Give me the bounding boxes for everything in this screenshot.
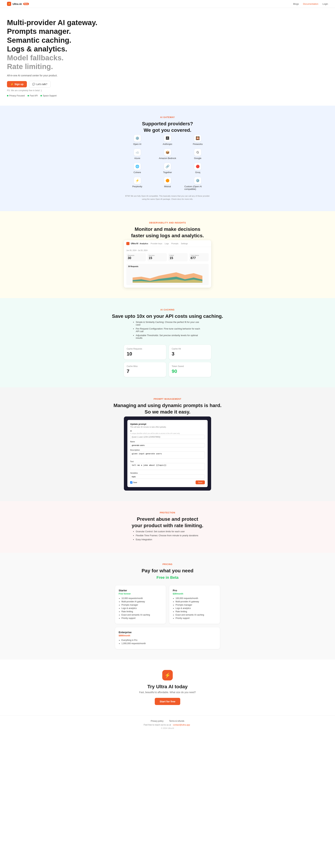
provider-icon: ⚡ — [134, 177, 141, 184]
prompt-variables-input[interactable] — [130, 474, 205, 479]
dash-body: Jun 05, 2024 - Jul 20, 2024 Requests 30S… — [124, 247, 211, 288]
footer-contact-email[interactable]: contact@ultra.app — [173, 724, 190, 726]
pricing-feature: Multi-provider AI gateway — [175, 600, 216, 603]
prompt-id-hint: A unique identifier which you will be ab… — [130, 433, 205, 434]
cache-stat-card: Cache Miss 7 — [124, 362, 166, 377]
plan-price: $29/month — [173, 593, 216, 595]
provider-item: 🔗 Together — [154, 163, 181, 174]
prompt-save-check: Save — [130, 481, 137, 484]
prompt-name-field: Name — [130, 441, 205, 447]
stat-label: Total tokens — [191, 254, 207, 256]
signup-button[interactable]: ⚡ Sign up — [7, 81, 27, 87]
pricing-feature: Exact and semantic AI caching — [175, 614, 216, 616]
prompt-desc-input[interactable]: given input generate users — [130, 452, 205, 459]
dash-nav-logs[interactable]: Logs — [165, 243, 169, 245]
prompt-desc-label: Description — [130, 449, 205, 451]
provider-item: 🟠 Mistral — [154, 177, 181, 190]
cache-title: Save upto 10x on your API costs using ca… — [7, 313, 328, 319]
observability-section: Observability and Insights Monitor and m… — [0, 211, 335, 298]
provider-name: Perplexity — [132, 185, 142, 188]
cache-card-label: Token Saved — [172, 365, 208, 368]
footer-contact-text: Feel free to reach out to us at — [144, 724, 171, 726]
cache-card-label: Cache Requests — [127, 348, 163, 350]
prompt-save-button[interactable]: Save — [196, 480, 205, 484]
cta-icon: ⚡ — [162, 670, 173, 680]
cta-title: Try Ultra AI today — [7, 684, 328, 689]
protection-title: Prevent abuse and protectyour product wi… — [7, 516, 328, 529]
gateway-title-line1: Supported providers? — [142, 121, 193, 126]
dash-stats: Requests 30Success 15Failed 15Total toke… — [126, 253, 209, 261]
prompt-modal: Update prompt This will take 30 minutes … — [128, 420, 207, 487]
dash-nav-settings[interactable]: Settings — [181, 243, 188, 245]
prompt-id-input[interactable] — [130, 435, 205, 439]
prompt-name-input[interactable] — [130, 443, 205, 447]
pricing-feature: Exact and semantic AI caching — [121, 614, 162, 616]
pricing-free-label: Free in Beta — [7, 575, 328, 580]
pricing-feature: Rate limiting — [121, 610, 162, 613]
provider-item: ⚡ Perplexity — [124, 177, 150, 190]
enterprise-features: Everything in Pro1,000,000 requests/mont… — [121, 639, 216, 645]
protection-bullet: Easy Integration — [136, 538, 202, 541]
cta-section: ⚡ Try Ultra AI today Fast, beautiful & a… — [0, 659, 335, 715]
protection-bullet: Granular Control: Set custom limits for … — [136, 530, 202, 533]
prompt-save-checkbox[interactable] — [130, 481, 133, 484]
provider-icon: 🟠 — [164, 177, 171, 184]
pricing-feature: Priority support — [121, 617, 162, 619]
nav-docs-link[interactable]: Documentation — [303, 3, 318, 5]
footer-copyright: © 2024 Ultra AI — [7, 727, 328, 729]
dash-date: Jun 05, 2024 - Jul 20, 2024 — [126, 249, 209, 251]
privacy-label: Privacy Focused — [9, 94, 25, 97]
cache-card-value: 3 — [172, 351, 208, 357]
prompt-modal-subtitle: This will take 30 minutes to take effect… — [130, 426, 205, 428]
talk-button[interactable]: 💬 Let's talk? — [29, 81, 51, 88]
provider-name: Google — [194, 157, 201, 159]
nav-blogs-link[interactable]: Blogs — [293, 3, 299, 5]
pricing-grid: Starter Free forever 10,000 requests/mon… — [115, 585, 220, 624]
dash-nav: Analytics Provider keys Logs Prompts Set… — [140, 243, 188, 245]
dash-nav-analytics[interactable]: Analytics — [140, 243, 148, 245]
pricing-plan-card: Starter Free forever 10,000 requests/mon… — [115, 585, 166, 624]
stat-label: Success — [149, 254, 165, 256]
talk-label: Let's talk? — [36, 83, 47, 86]
cache-card-value: 10 — [127, 351, 163, 357]
provider-item: 🌐 Cohere — [124, 163, 150, 174]
dash-nav-provider-keys[interactable]: Provider keys — [150, 243, 162, 245]
talk-icon: 💬 — [32, 83, 35, 86]
cache-cards: Cache Requests 10Cache Hit 3Cache Miss 7… — [124, 345, 211, 377]
footer-link[interactable]: Terms & refunds — [169, 720, 184, 722]
plan-features: 100,000 requests/monthMulti-provider AI … — [175, 597, 216, 619]
provider-icon: 🔗 — [164, 163, 171, 170]
cache-stat-card: Cache Requests 10 — [124, 345, 166, 360]
hero-line-4: Logs & analytics. — [7, 45, 67, 53]
pricing-title: Pay for what you need — [7, 568, 328, 574]
hero-badges: Privacy Focused Fast API Space Support — [7, 94, 98, 97]
pricing-section: Pricing Pay for what you need Free in Be… — [0, 553, 335, 659]
cta-button[interactable]: Start for free — [155, 698, 180, 705]
dash-stat-item: Requests 30 — [126, 253, 146, 261]
prompt-label: Prompt Management — [7, 398, 328, 400]
stat-value: 15 — [170, 256, 186, 260]
provider-name: Cohere — [134, 171, 141, 174]
hero-line-1: Multi-provider AI gateway. — [7, 19, 97, 27]
caching-section: AI Caching Save upto 10x on your API cos… — [0, 298, 335, 388]
footer-link[interactable]: Privacy policy — [151, 720, 164, 722]
provider-item: ⚙️ Open AI — [124, 135, 150, 145]
provider-name: Open AI — [133, 143, 141, 145]
prompt-mockup: Update prompt This will take 30 minutes … — [124, 416, 211, 491]
hero-section: Multi-provider AI gateway. Prompts manag… — [0, 8, 105, 106]
prompt-save-row: Save Save — [130, 480, 205, 484]
prompt-text-input[interactable]: tell me a joke about {{topic}} — [130, 463, 205, 470]
gateway-title-line2: We got you covered. — [144, 127, 191, 133]
pricing-feature: Prompts manager — [121, 604, 162, 606]
dash-stat-item: Success 15 — [147, 253, 167, 261]
stat-value: 30 — [128, 256, 144, 260]
dash-stat-item: Total tokens 877 — [189, 253, 209, 261]
provider-item: 📦 Amazon Bedrock — [154, 149, 181, 159]
api-dot — [28, 95, 29, 96]
provider-name: Fireworks — [193, 143, 202, 145]
hero-badge-1: Fast API — [28, 94, 38, 97]
provider-name: Custom (Open AI compatible) — [185, 185, 211, 190]
nav-login-link[interactable]: Login — [323, 3, 328, 5]
dashboard-mockup: Ultra AI Analytics Provider keys Logs Pr… — [124, 240, 211, 288]
dash-nav-prompts[interactable]: Prompts — [171, 243, 178, 245]
